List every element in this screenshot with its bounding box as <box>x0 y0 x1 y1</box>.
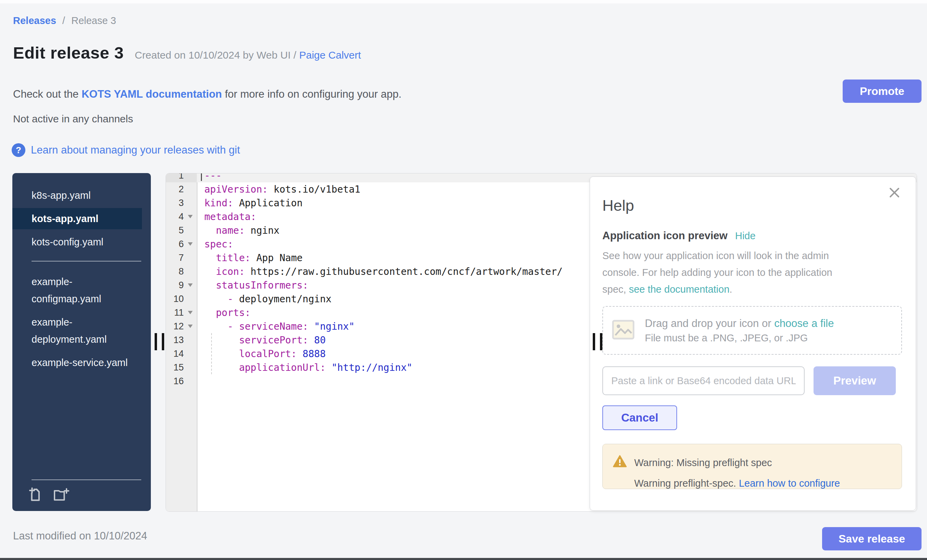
question-circle-icon: ? <box>12 143 25 157</box>
warning-body: Warning preflight-spec. <box>634 478 739 489</box>
preview-button[interactable]: Preview <box>813 366 896 395</box>
preflight-warning: Warning: Missing preflight spec Warning … <box>602 444 902 489</box>
intro-text-before: Check out the <box>13 88 82 100</box>
line-number: 6 <box>166 237 197 251</box>
file-tab-kots-app-yaml[interactable]: kots-app.yaml <box>12 208 142 229</box>
line-number: 8 <box>166 264 197 278</box>
line-number: 16 <box>166 374 197 388</box>
dropzone-label: Drag and drop your icon or <box>645 317 774 329</box>
kots-yaml-doc-link[interactable]: KOTS YAML documentation <box>82 88 222 100</box>
icon-dropzone[interactable]: Drag and drop your icon or choose a file… <box>602 306 902 355</box>
line-number: 15 <box>166 361 197 374</box>
last-modified: Last modified on 10/10/2024 <box>13 530 147 542</box>
learn-configure-link[interactable]: Learn how to configure <box>739 478 840 489</box>
author-link[interactable]: Paige Calvert <box>299 49 361 61</box>
page-title: Edit release 3 <box>13 43 124 62</box>
file-sidebar: k8s-app.yaml kots-app.yaml kots-config.y… <box>12 173 151 511</box>
line-number: 12 <box>166 319 197 333</box>
dropzone-text: Drag and drop your icon or choose a file… <box>645 317 834 344</box>
created-text: Created on 10/10/2024 by Web UI / <box>135 49 299 61</box>
see-documentation-link[interactable]: see the documentation <box>629 284 729 295</box>
warning-title: Warning: Missing preflight spec <box>634 457 772 469</box>
text-cursor <box>201 173 202 181</box>
help-resize-handle[interactable] <box>593 333 602 350</box>
add-file-icon[interactable] <box>28 486 44 504</box>
fold-toggle-icon[interactable] <box>188 325 193 328</box>
line-number: 9 <box>166 278 197 292</box>
kots-doc-note: Check out the KOTS YAML documentation fo… <box>13 88 401 100</box>
sidebar-resize-handle[interactable] <box>155 333 164 350</box>
file-list: k8s-app.yaml kots-app.yaml kots-config.y… <box>12 173 151 373</box>
fold-toggle-icon[interactable] <box>188 284 193 287</box>
line-number: 13 <box>166 333 197 347</box>
fold-toggle-icon[interactable] <box>188 215 193 218</box>
fold-toggle-icon[interactable] <box>188 311 193 314</box>
window-bottom-edge <box>0 558 927 560</box>
image-placeholder-icon <box>612 320 635 341</box>
file-group-divider <box>32 261 141 261</box>
git-help-row: ? Learn about managing your releases wit… <box>12 143 240 157</box>
line-number: 4 <box>166 210 197 223</box>
edit-release-page: Releases / Release 3 Edit release 3 Crea… <box>0 0 927 560</box>
add-folder-icon[interactable] <box>53 486 70 504</box>
description-suffix: . <box>729 284 732 295</box>
file-tab-example-configmap-yaml[interactable]: example-configmap.yaml <box>12 271 142 310</box>
line-number: 7 <box>166 251 197 264</box>
close-icon[interactable] <box>888 187 901 200</box>
promote-button[interactable]: Promote <box>843 79 921 103</box>
help-title: Help <box>602 197 902 214</box>
indent-guide <box>211 333 212 374</box>
sidebar-bottom-divider <box>32 480 141 480</box>
line-number: 2 <box>166 182 197 196</box>
line-number: 5 <box>166 223 197 237</box>
icon-preview-title: Application icon preview <box>602 230 728 242</box>
icon-preview-description: See how your application icon will look … <box>602 247 846 298</box>
line-number: 1 <box>166 173 197 182</box>
breadcrumb-releases-link[interactable]: Releases <box>13 15 56 26</box>
breadcrumb-separator: / <box>62 15 65 26</box>
fold-toggle-icon[interactable] <box>188 242 193 246</box>
file-tab-example-service-yaml[interactable]: example-service.yaml <box>12 352 142 373</box>
file-type-hint: File must be a .PNG, .JPEG, or .JPG <box>645 332 834 344</box>
choose-file-link[interactable]: choose a file <box>774 317 834 329</box>
line-number: 3 <box>166 196 197 210</box>
line-number: 11 <box>166 306 197 319</box>
release-created-info: Created on 10/10/2024 by Web UI / Paige … <box>135 49 361 61</box>
file-tab-kots-config-yaml[interactable]: kots-config.yaml <box>12 231 142 253</box>
sidebar-bottom <box>12 480 151 511</box>
line-number: 10 <box>166 292 197 306</box>
hide-link[interactable]: Hide <box>735 230 755 241</box>
breadcrumb-current: Release 3 <box>71 15 116 26</box>
title-row: Edit release 3 Created on 10/10/2024 by … <box>13 43 361 62</box>
file-tab-k8s-app-yaml[interactable]: k8s-app.yaml <box>12 185 142 206</box>
cancel-button[interactable]: Cancel <box>602 405 677 430</box>
save-release-button[interactable]: Save release <box>822 527 921 550</box>
help-panel: Help Application icon preview Hide See h… <box>590 176 916 511</box>
intro-text-after: for more info on configuring your app. <box>222 88 401 100</box>
icon-url-input[interactable] <box>602 366 805 395</box>
line-number: 14 <box>166 347 197 361</box>
warning-icon <box>613 455 627 470</box>
git-releases-link[interactable]: Learn about managing your releases with … <box>31 144 240 156</box>
file-tab-example-deployment-yaml[interactable]: example-deployment.yaml <box>12 311 142 350</box>
channel-status: Not active in any channels <box>13 113 133 125</box>
breadcrumb: Releases / Release 3 <box>13 15 116 26</box>
